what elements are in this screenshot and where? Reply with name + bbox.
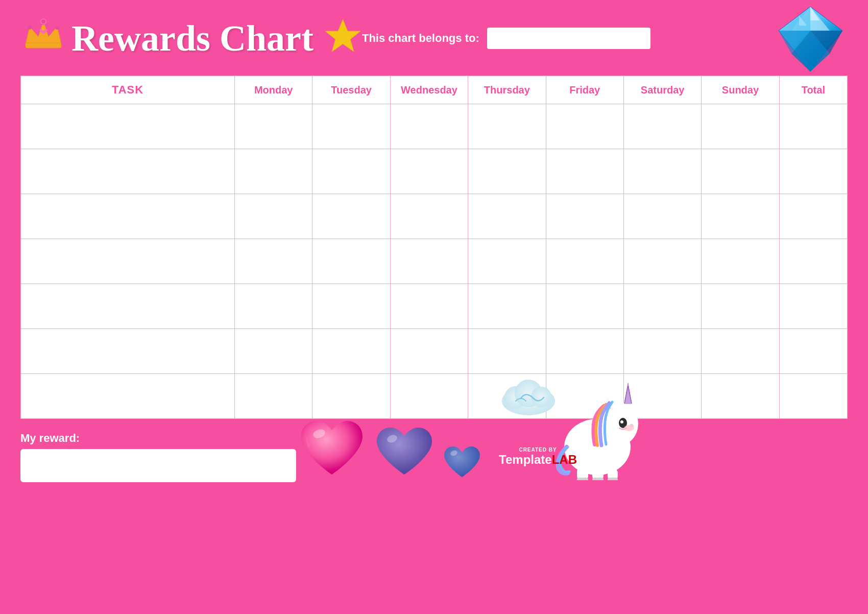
total-cell-5[interactable]: [779, 284, 847, 329]
sunday-cell-1[interactable]: [702, 104, 779, 149]
tuesday-cell-3[interactable]: [312, 194, 390, 239]
belongs-to-input[interactable]: [487, 28, 650, 49]
friday-cell-3[interactable]: [546, 194, 623, 239]
monday-cell-6[interactable]: [235, 329, 312, 374]
thursday-cell-1[interactable]: [468, 104, 546, 149]
table-header-row: TASK Monday Tuesday Wednesday Thursday F…: [21, 76, 848, 104]
tuesday-cell-2[interactable]: [312, 149, 390, 194]
sunday-cell-7[interactable]: [702, 374, 779, 419]
task-cell-5[interactable]: [21, 284, 235, 329]
wednesday-cell-1[interactable]: [390, 104, 468, 149]
chart-table: TASK Monday Tuesday Wednesday Thursday F…: [20, 76, 848, 419]
blue-heart-icon: [373, 423, 437, 482]
svg-rect-40: [608, 478, 618, 480]
total-cell-6[interactable]: [779, 329, 847, 374]
col-thursday: Thursday: [468, 76, 546, 104]
friday-cell-4[interactable]: [546, 239, 623, 284]
task-cell-2[interactable]: [21, 149, 235, 194]
header: Rewards Chart This chart belongs to:: [20, 10, 848, 66]
tuesday-cell-6[interactable]: [312, 329, 390, 374]
title-text: Rewards Chart: [71, 17, 314, 60]
reward-label: My reward:: [20, 432, 296, 445]
pink-heart-icon: [296, 416, 368, 482]
thursday-cell-3[interactable]: [468, 194, 546, 239]
saturday-cell-3[interactable]: [623, 194, 701, 239]
task-cell-4[interactable]: [21, 239, 235, 284]
total-cell-4[interactable]: [779, 239, 847, 284]
created-by-label: CREATED BY: [499, 447, 577, 453]
total-cell-3[interactable]: [779, 194, 847, 239]
tuesday-cell-4[interactable]: [312, 239, 390, 284]
star-icon: [324, 17, 362, 60]
svg-point-34: [630, 424, 634, 427]
lab-text: LAB: [552, 453, 577, 466]
monday-cell-5[interactable]: [235, 284, 312, 329]
wednesday-cell-4[interactable]: [390, 239, 468, 284]
total-cell-1[interactable]: [779, 104, 847, 149]
svg-point-2: [28, 26, 32, 30]
footer-decorations: CREATED BY TemplateLAB: [296, 373, 646, 482]
table-row: [21, 284, 848, 329]
monday-cell-1[interactable]: [235, 104, 312, 149]
friday-cell-1[interactable]: [546, 104, 623, 149]
svg-point-3: [55, 26, 59, 30]
col-wednesday: Wednesday: [390, 76, 468, 104]
wednesday-cell-5[interactable]: [390, 284, 468, 329]
saturday-cell-2[interactable]: [623, 149, 701, 194]
sunday-cell-2[interactable]: [702, 149, 779, 194]
sunday-cell-6[interactable]: [702, 329, 779, 374]
templatelab-logo: TemplateLAB: [499, 453, 577, 467]
col-saturday: Saturday: [623, 76, 701, 104]
monday-cell-2[interactable]: [235, 149, 312, 194]
reward-input[interactable]: [20, 449, 296, 482]
table-row: [21, 149, 848, 194]
tuesday-cell-5[interactable]: [312, 284, 390, 329]
diamond-decoration: [768, 3, 853, 79]
monday-cell-3[interactable]: [235, 194, 312, 239]
footer-section: My reward:: [20, 432, 848, 482]
wednesday-cell-2[interactable]: [390, 149, 468, 194]
svg-marker-7: [325, 19, 360, 52]
thursday-cell-5[interactable]: [468, 284, 546, 329]
crown-icon: [20, 11, 66, 61]
task-cell-1[interactable]: [21, 104, 235, 149]
wednesday-cell-3[interactable]: [390, 194, 468, 239]
wednesday-cell-6[interactable]: [390, 329, 468, 374]
svg-point-5: [41, 19, 45, 23]
total-cell-7[interactable]: [779, 374, 847, 419]
col-sunday: Sunday: [702, 76, 779, 104]
thursday-cell-6[interactable]: [468, 329, 546, 374]
table-row: [21, 329, 848, 374]
task-cell-7[interactable]: [21, 374, 235, 419]
main-container: Rewards Chart This chart belongs to:: [0, 0, 868, 614]
friday-cell-2[interactable]: [546, 149, 623, 194]
col-monday: Monday: [235, 76, 312, 104]
thursday-cell-2[interactable]: [468, 149, 546, 194]
tuesday-cell-1[interactable]: [312, 104, 390, 149]
sunday-cell-5[interactable]: [702, 284, 779, 329]
saturday-cell-6[interactable]: [623, 329, 701, 374]
thursday-cell-4[interactable]: [468, 239, 546, 284]
templatelab-brand: CREATED BY TemplateLAB: [499, 447, 577, 467]
task-cell-6[interactable]: [21, 329, 235, 374]
friday-cell-5[interactable]: [546, 284, 623, 329]
small-blue-heart-icon: [442, 444, 483, 482]
sunday-cell-3[interactable]: [702, 194, 779, 239]
cloud-icon: [498, 373, 559, 416]
sunday-cell-4[interactable]: [702, 239, 779, 284]
saturday-cell-4[interactable]: [623, 239, 701, 284]
saturday-cell-1[interactable]: [623, 104, 701, 149]
svg-point-32: [621, 421, 622, 422]
saturday-cell-5[interactable]: [623, 284, 701, 329]
monday-cell-4[interactable]: [235, 239, 312, 284]
table-row: [21, 104, 848, 149]
cloud-unicorn-group: CREATED BY TemplateLAB: [498, 373, 646, 480]
friday-cell-6[interactable]: [546, 329, 623, 374]
col-total: Total: [779, 76, 847, 104]
col-friday: Friday: [546, 76, 623, 104]
col-tuesday: Tuesday: [312, 76, 390, 104]
svg-rect-38: [577, 478, 588, 480]
task-cell-3[interactable]: [21, 194, 235, 239]
total-cell-2[interactable]: [779, 149, 847, 194]
template-text: Template: [499, 453, 552, 466]
